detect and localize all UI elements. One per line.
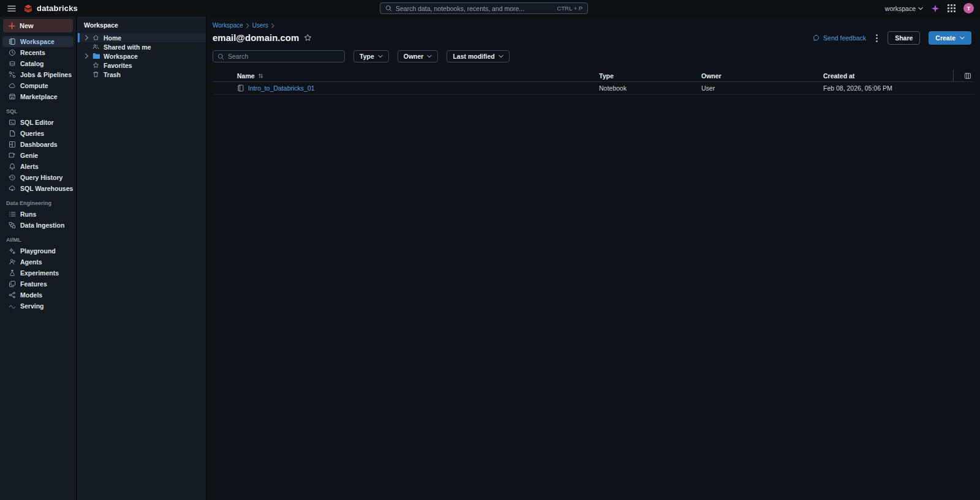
global-search[interactable]: CTRL + P — [380, 2, 588, 14]
last-modified-filter-dropdown[interactable]: Last modified — [447, 50, 509, 62]
send-feedback-label: Send feedback — [823, 34, 866, 42]
chevron-right-icon[interactable] — [85, 53, 92, 59]
trash-icon — [92, 71, 100, 78]
playground-sparkle-icon — [9, 247, 16, 255]
row-owner-cell: User — [701, 84, 823, 92]
send-feedback-link[interactable]: Send feedback — [813, 34, 866, 42]
hamburger-menu-icon[interactable] — [7, 5, 16, 12]
search-shortcut-hint: CTRL + P — [557, 5, 582, 12]
breadcrumb-users-link[interactable]: Users — [252, 22, 268, 29]
page-title: email@domain.com — [213, 32, 299, 43]
sidebar-item-sql-warehouses[interactable]: SQL Warehouses — [2, 183, 74, 194]
sidebar-item-dashboards[interactable]: Dashboards — [2, 139, 74, 150]
workspace-icon — [9, 38, 16, 45]
plus-icon — [9, 23, 15, 29]
data-ingestion-icon — [9, 222, 16, 229]
sidebar-item-marketplace[interactable]: Marketplace — [2, 91, 74, 102]
sql-warehouses-icon — [9, 185, 16, 192]
tree-item-favorites[interactable]: Favorites — [77, 61, 206, 70]
sidebar-item-label: Marketplace — [20, 93, 58, 100]
assistant-sparkle-icon[interactable] — [931, 4, 940, 13]
tree-item-label: Shared with me — [104, 43, 151, 51]
tree-item-home[interactable]: Home — [77, 33, 206, 42]
user-avatar[interactable]: T — [963, 3, 974, 13]
notebook-link[interactable]: Intro_to_Databricks_01 — [248, 84, 315, 92]
favorite-star-icon[interactable] — [304, 34, 312, 42]
sidebar-item-alerts[interactable]: Alerts — [2, 161, 74, 172]
sidebar-item-label: Serving — [20, 302, 44, 310]
type-filter-dropdown[interactable]: Type — [353, 50, 389, 62]
share-button[interactable]: Share — [888, 31, 920, 45]
chevron-right-icon[interactable] — [85, 35, 92, 40]
owner-filter-dropdown[interactable]: Owner — [398, 50, 439, 62]
sidebar-item-compute[interactable]: Compute — [2, 80, 74, 91]
sidebar-item-label: Recents — [20, 49, 45, 56]
dashboards-icon — [9, 141, 16, 148]
sidebar-item-catalog[interactable]: Catalog — [2, 58, 74, 69]
global-search-input[interactable] — [396, 5, 553, 12]
topbar-right-cluster: workspace T — [885, 0, 974, 17]
sidebar-item-label: Features — [20, 280, 47, 288]
tree-item-workspace[interactable]: Workspace — [77, 51, 206, 61]
sidebar-item-label: Compute — [20, 82, 48, 89]
sidebar-item-runs[interactable]: Runs — [2, 209, 74, 220]
sidebar-item-label: Runs — [20, 211, 36, 218]
share-button-label: Share — [895, 34, 913, 42]
jobs-pipelines-icon — [9, 71, 16, 78]
folder-icon — [92, 53, 100, 59]
apps-grid-icon[interactable] — [948, 4, 956, 12]
alerts-bell-icon — [9, 163, 16, 170]
workspace-selector[interactable]: workspace — [885, 5, 923, 12]
tree-item-trash[interactable]: Trash — [77, 70, 206, 79]
filter-bar: Type Owner Last modified — [207, 43, 980, 62]
top-bar: databricks CTRL + P workspace — [0, 0, 980, 17]
table-search-input[interactable] — [228, 53, 340, 60]
sidebar-item-sql-editor[interactable]: SQL Editor — [2, 117, 74, 128]
type-filter-label: Type — [360, 53, 374, 60]
sidebar-item-models[interactable]: Models — [2, 289, 74, 300]
sidebar-item-query-history[interactable]: Query History — [2, 172, 74, 183]
sql-editor-icon — [9, 119, 16, 126]
create-button[interactable]: Create — [929, 31, 971, 45]
sort-icon[interactable] — [258, 73, 263, 79]
sidebar-item-features[interactable]: Features — [2, 278, 74, 289]
notebook-icon — [237, 84, 244, 92]
new-button[interactable]: New — [3, 19, 73, 32]
home-icon — [92, 34, 100, 41]
sidebar-item-data-ingestion[interactable]: Data Ingestion — [2, 220, 74, 231]
databricks-logo[interactable]: databricks — [23, 4, 78, 13]
column-header-type[interactable]: Type — [599, 72, 701, 80]
sidebar-item-workspace[interactable]: Workspace — [2, 36, 74, 47]
tree-item-shared-with-me[interactable]: Shared with me — [77, 42, 206, 51]
sidebar-item-jobs-pipelines[interactable]: Jobs & Pipelines — [2, 69, 74, 80]
table-search-box[interactable] — [213, 50, 345, 62]
column-header-owner[interactable]: Owner — [701, 72, 823, 80]
sidebar-item-label: Queries — [20, 130, 44, 137]
column-header-name[interactable]: Name — [213, 72, 599, 80]
column-header-label: Owner — [701, 72, 722, 80]
tree-item-label: Workspace — [104, 53, 138, 60]
sidebar-item-playground[interactable]: Playground — [2, 245, 74, 256]
sidebar-item-label: Data Ingestion — [20, 222, 64, 229]
tree-item-label: Favorites — [104, 62, 132, 69]
row-name-cell: Intro_to_Databricks_01 — [213, 84, 599, 92]
row-type-cell: Notebook — [599, 84, 701, 92]
sidebar-item-recents[interactable]: Recents — [2, 47, 74, 58]
kebab-menu-icon[interactable] — [875, 34, 879, 42]
table-header-row: Name Type Owner Created at — [213, 70, 974, 82]
sidebar-item-queries[interactable]: Queries — [2, 128, 74, 139]
breadcrumb-workspace-link[interactable]: Workspace — [213, 22, 243, 29]
columns-picker-icon[interactable] — [964, 72, 974, 80]
sidebar-item-label: Playground — [20, 247, 56, 255]
table-row[interactable]: Intro_to_Databricks_01 Notebook User Feb… — [213, 82, 974, 95]
column-header-created-at[interactable]: Created at — [823, 72, 953, 80]
owner-filter-label: Owner — [404, 53, 424, 60]
primary-sidebar: New Workspace Recents Catalog Jobs & Pip… — [0, 17, 77, 500]
sidebar-item-agents[interactable]: Agents — [2, 256, 74, 267]
breadcrumb: Workspace Users — [207, 17, 980, 29]
sidebar-item-genie[interactable]: Genie — [2, 150, 74, 161]
header-actions: Send feedback Share Create — [813, 31, 971, 45]
sidebar-item-serving[interactable]: Serving — [2, 300, 74, 312]
logo-wordmark: databricks — [37, 4, 78, 13]
sidebar-item-experiments[interactable]: Experiments — [2, 267, 74, 278]
